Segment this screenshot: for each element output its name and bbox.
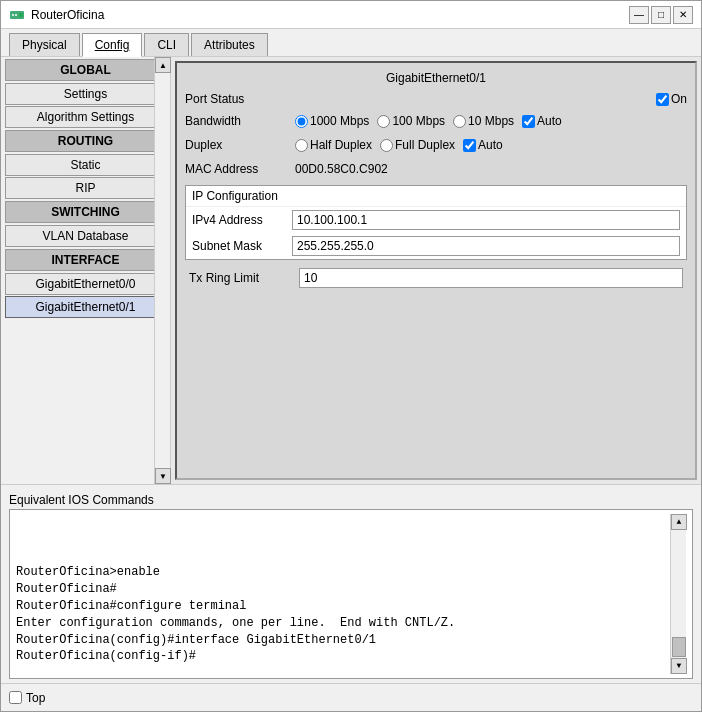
ios-console-inner: RouterOficina>enable RouterOficina# Rout… (16, 514, 686, 674)
duplex-label: Duplex (185, 138, 295, 152)
ios-section: Equivalent IOS Commands RouterOficina>en… (1, 484, 701, 683)
duplex-full-option[interactable]: Full Duplex (380, 138, 455, 152)
main-window: RouterOficina — □ ✕ Physical Config CLI … (0, 0, 702, 712)
mac-label: MAC Address (185, 162, 295, 176)
scroll-down-btn[interactable]: ▼ (155, 468, 171, 484)
sidebar-item-vlan-database[interactable]: VLAN Database (5, 225, 166, 247)
duplex-full-label: Full Duplex (395, 138, 455, 152)
svg-point-2 (15, 14, 17, 16)
subnet-input[interactable] (292, 236, 680, 256)
duplex-auto-input[interactable] (463, 139, 476, 152)
bw-10-label: 10 Mbps (468, 114, 514, 128)
bw-10-input[interactable] (453, 115, 466, 128)
tab-bar: Physical Config CLI Attributes (1, 29, 701, 57)
port-on-input[interactable] (656, 93, 669, 106)
duplex-full-input[interactable] (380, 139, 393, 152)
ios-line-8: RouterOficina(config)#interface GigabitE… (16, 632, 670, 649)
top-checkbox[interactable]: Top (9, 691, 45, 705)
ios-line-9: RouterOficina(config-if)# (16, 648, 670, 665)
tx-input[interactable] (299, 268, 683, 288)
main-content: GLOBAL Settings Algorithm Settings ROUTI… (1, 57, 701, 484)
scroll-track (155, 73, 170, 468)
ipv4-input[interactable] (292, 210, 680, 230)
tx-row: Tx Ring Limit (181, 264, 691, 292)
port-status-row: Port Status On (181, 89, 691, 109)
bw-1000-label: 1000 Mbps (310, 114, 369, 128)
tab-config[interactable]: Config (82, 33, 143, 57)
svg-rect-3 (19, 13, 23, 17)
title-bar-controls: — □ ✕ (629, 6, 693, 24)
bw-10-option[interactable]: 10 Mbps (453, 114, 514, 128)
title-bar: RouterOficina — □ ✕ (1, 1, 701, 29)
ios-line-7: Enter configuration commands, one per li… (16, 615, 670, 632)
sidebar-item-algorithm-settings[interactable]: Algorithm Settings (5, 106, 166, 128)
sidebar-section-switching: SWITCHING (5, 201, 166, 223)
port-status-label: Port Status (185, 92, 295, 106)
ios-scroll-thumb[interactable] (672, 637, 686, 657)
duplex-half-label: Half Duplex (310, 138, 372, 152)
port-status-controls: On (295, 92, 687, 106)
duplex-options: Half Duplex Full Duplex Auto (295, 138, 687, 152)
ios-console[interactable]: RouterOficina>enable RouterOficina# Rout… (9, 509, 693, 679)
minimize-button[interactable]: — (629, 6, 649, 24)
bandwidth-row: Bandwidth 1000 Mbps 100 Mbps 10 Mbps (181, 109, 691, 133)
ios-scroll-track (671, 530, 686, 636)
bw-auto-input[interactable] (522, 115, 535, 128)
mac-value: 00D0.58C0.C902 (295, 162, 687, 176)
sidebar-item-ge0-0[interactable]: GigabitEthernet0/0 (5, 273, 166, 295)
ios-line-5: RouterOficina# (16, 581, 670, 598)
close-button[interactable]: ✕ (673, 6, 693, 24)
bw-auto-label: Auto (537, 114, 562, 128)
tab-physical[interactable]: Physical (9, 33, 80, 56)
ipv4-label: IPv4 Address (192, 213, 292, 227)
bw-100-option[interactable]: 100 Mbps (377, 114, 445, 128)
ios-line-1 (16, 514, 670, 531)
port-on-label: On (671, 92, 687, 106)
duplex-half-input[interactable] (295, 139, 308, 152)
mac-row: MAC Address 00D0.58C0.C902 (181, 157, 691, 181)
sidebar-item-settings[interactable]: Settings (5, 83, 166, 105)
ip-config-section: IP Configuration IPv4 Address Subnet Mas… (185, 185, 687, 260)
subnet-label: Subnet Mask (192, 239, 292, 253)
sidebar-item-static[interactable]: Static (5, 154, 166, 176)
bandwidth-options: 1000 Mbps 100 Mbps 10 Mbps Auto (295, 114, 687, 128)
sidebar-scroll[interactable]: GLOBAL Settings Algorithm Settings ROUTI… (1, 57, 170, 484)
duplex-half-option[interactable]: Half Duplex (295, 138, 372, 152)
top-checkbox-input[interactable] (9, 691, 22, 704)
bw-1000-option[interactable]: 1000 Mbps (295, 114, 369, 128)
scroll-up-btn[interactable]: ▲ (155, 57, 171, 73)
right-panel: GigabitEthernet0/1 Port Status On Bandwi… (171, 57, 701, 484)
port-on-checkbox[interactable]: On (656, 92, 687, 106)
duplex-auto-option[interactable]: Auto (463, 138, 503, 152)
title-bar-left: RouterOficina (9, 7, 104, 23)
ios-line-2 (16, 531, 670, 548)
bandwidth-label: Bandwidth (185, 114, 295, 128)
ios-line-6: RouterOficina#configure terminal (16, 598, 670, 615)
ios-scrollbar[interactable]: ▲ ▼ (670, 514, 686, 674)
router-icon (9, 7, 25, 23)
bw-auto-option[interactable]: Auto (522, 114, 562, 128)
top-checkbox-label: Top (26, 691, 45, 705)
tab-attributes[interactable]: Attributes (191, 33, 268, 56)
config-panel: GigabitEthernet0/1 Port Status On Bandwi… (175, 61, 697, 480)
sidebar-section-global: GLOBAL (5, 59, 166, 81)
tab-cli[interactable]: CLI (144, 33, 189, 56)
ipv4-row: IPv4 Address (186, 207, 686, 233)
sidebar-item-ge0-1[interactable]: GigabitEthernet0/1 (5, 296, 166, 318)
sidebar-section-routing: ROUTING (5, 130, 166, 152)
bw-100-input[interactable] (377, 115, 390, 128)
bw-100-label: 100 Mbps (392, 114, 445, 128)
svg-point-1 (12, 14, 14, 16)
maximize-button[interactable]: □ (651, 6, 671, 24)
ios-scroll-up[interactable]: ▲ (671, 514, 687, 530)
bw-1000-input[interactable] (295, 115, 308, 128)
tx-label: Tx Ring Limit (189, 271, 299, 285)
ios-label: Equivalent IOS Commands (9, 489, 693, 509)
subnet-row: Subnet Mask (186, 233, 686, 259)
sidebar-item-rip[interactable]: RIP (5, 177, 166, 199)
sidebar-scrollbar[interactable]: ▲ ▼ (154, 57, 170, 484)
sidebar-section-interface: INTERFACE (5, 249, 166, 271)
duplex-auto-label: Auto (478, 138, 503, 152)
ios-line-3 (16, 548, 670, 565)
ios-scroll-down[interactable]: ▼ (671, 658, 687, 674)
